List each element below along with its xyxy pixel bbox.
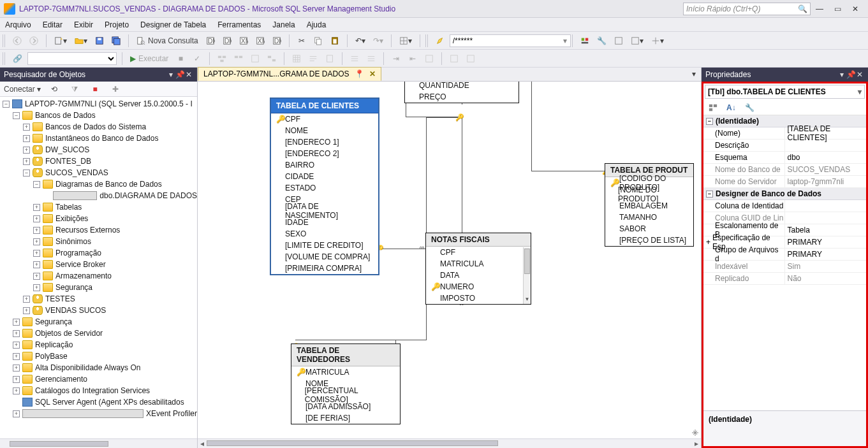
- panel-dropdown-icon[interactable]: ▾: [837, 70, 846, 79]
- expand-toggle[interactable]: +: [33, 238, 40, 245]
- table-column[interactable]: CIDADE: [271, 171, 378, 182]
- table-column[interactable]: SABOR: [605, 223, 693, 235]
- property-object-selector[interactable]: [Tbl] dbo.TABELA DE CLIENTES▾: [705, 85, 865, 99]
- toolbar-grip-3[interactable]: [3, 52, 6, 65]
- expand-toggle[interactable]: +: [23, 296, 30, 303]
- expand-toggle[interactable]: +: [23, 124, 30, 131]
- indent-icon[interactable]: ⇥: [389, 52, 403, 66]
- tree-item[interactable]: +Gerenciamento: [3, 373, 197, 385]
- expand-toggle[interactable]: +: [23, 135, 30, 142]
- oe-plus-icon[interactable]: ✚: [108, 82, 122, 96]
- table-column[interactable]: SEXO: [271, 228, 378, 240]
- table-column[interactable]: [PRIMEIRA COMPRA]: [271, 263, 378, 274]
- check-button[interactable]: ✓: [190, 52, 204, 66]
- tree-item[interactable]: +VENDAS SUCOS: [3, 305, 197, 316]
- property-row[interactable]: Grupo de Arquivos dPRIMARY: [703, 249, 866, 261]
- tree-item[interactable]: +Instantâneos do Banco de Dados: [3, 133, 197, 144]
- table-column[interactable]: [VOLUME DE COMPRA]: [271, 251, 378, 263]
- diagram-canvas[interactable]: ∞ 🔑 ∞ 🔑 🔑 🔑 TABELA DE CLIENTES 🔑CPFNOME[…: [198, 82, 701, 438]
- table-itens[interactable]: 🔑[CODIGO DO PRODUTO]QUANTIDADEPREÇO: [404, 82, 519, 103]
- oe-filter-icon[interactable]: ⧩: [68, 82, 82, 96]
- panel-close-icon[interactable]: ✕: [855, 70, 864, 79]
- expand-toggle[interactable]: +: [13, 353, 20, 360]
- table-column[interactable]: [DATA DE NASCIMENTO]: [271, 205, 378, 217]
- table-column[interactable]: DATA: [426, 270, 531, 281]
- object-explorer-hscroll[interactable]: [0, 438, 197, 448]
- table-column[interactable]: 🔑NUMERO: [426, 281, 531, 293]
- table-column[interactable]: 🔑MATRICULA: [291, 366, 400, 378]
- expand-toggle[interactable]: +: [13, 330, 20, 337]
- link-icon[interactable]: 🔗: [10, 52, 25, 66]
- paste-button[interactable]: [328, 34, 342, 48]
- expand-toggle[interactable]: +: [706, 238, 710, 247]
- table-column[interactable]: PREÇO: [405, 91, 519, 103]
- table-column[interactable]: MATRICULA: [426, 258, 531, 270]
- tabs-overflow-icon[interactable]: ▾: [687, 67, 701, 81]
- menu-arquivo[interactable]: Arquivo: [5, 20, 31, 29]
- expand-toggle[interactable]: −: [23, 170, 30, 177]
- tree-item[interactable]: +Sinônimos: [3, 236, 197, 247]
- panel-dropdown-icon[interactable]: ▾: [166, 70, 175, 79]
- expand-toggle[interactable]: −: [706, 118, 713, 125]
- cut-button[interactable]: ✂: [295, 34, 309, 48]
- tree-item[interactable]: +Catálogos do Integration Services: [3, 385, 197, 396]
- tree-item[interactable]: SQL Server Agent (Agent XPs desabilitado…: [3, 396, 197, 408]
- tool-b-icon[interactable]: ▾: [628, 34, 646, 48]
- tree-item[interactable]: +Alta Disponibilidade Always On: [3, 362, 197, 373]
- panel-close-icon[interactable]: ✕: [184, 70, 193, 79]
- copy-button[interactable]: [311, 34, 325, 48]
- expand-toggle[interactable]: +: [33, 215, 40, 222]
- property-row[interactable]: Nome do Banco deSUCOS_VENDAS: [703, 164, 866, 176]
- tree-item[interactable]: +Exibições: [3, 213, 197, 224]
- toolbar-grip-2[interactable]: [425, 34, 429, 47]
- comment-icon[interactable]: [348, 52, 362, 66]
- tree-item[interactable]: +Armazenamento: [3, 270, 197, 282]
- property-row[interactable]: Descrição: [703, 140, 866, 152]
- nova-consulta-button[interactable]: Nova Consulta: [134, 34, 201, 48]
- misc-icon-2[interactable]: [447, 52, 461, 66]
- undo-dropdown[interactable]: ↶▾: [353, 34, 368, 48]
- tree-item[interactable]: +FONTES_DB: [3, 155, 197, 167]
- diagram-hscroll[interactable]: ◂ ▸: [198, 438, 701, 448]
- object-explorer-tree[interactable]: − LAPTOP-7GMM7NLI (SQL Server 15.0.2000.…: [0, 97, 197, 438]
- tab-diagram[interactable]: LAPTOP-7GMM7NL...GRAMA DE DADOS 📍 ✕: [198, 67, 381, 81]
- expand-toggle[interactable]: +: [23, 147, 30, 154]
- new-dropdown[interactable]: ▾: [52, 34, 70, 48]
- misc-icon-1[interactable]: [422, 52, 436, 66]
- alphabetical-icon[interactable]: A↓: [724, 101, 739, 115]
- redo-dropdown[interactable]: ↷▾: [371, 34, 386, 48]
- expand-toggle[interactable]: +: [33, 273, 40, 280]
- tree-item[interactable]: −Bancos de Dados: [3, 110, 197, 121]
- expand-toggle[interactable]: +: [13, 342, 20, 349]
- query-xml-button-4[interactable]: XML: [253, 34, 267, 48]
- expand-toggle[interactable]: +: [33, 250, 40, 257]
- tree-item[interactable]: +Programação: [3, 247, 197, 259]
- nav-back-button[interactable]: [10, 34, 24, 48]
- results-file-icon[interactable]: [323, 52, 337, 66]
- tree-item[interactable]: +Recursos Externos: [3, 224, 197, 236]
- tab-close-icon[interactable]: ✕: [369, 69, 376, 78]
- tree-item[interactable]: +Objetos de Servidor: [3, 328, 197, 339]
- tree-item[interactable]: +Segurança: [3, 316, 197, 328]
- tree-item[interactable]: +Service Broker: [3, 259, 197, 270]
- table-column[interactable]: ESTADO: [271, 182, 378, 194]
- expand-toggle[interactable]: +: [33, 227, 40, 234]
- table-column[interactable]: [ENDERECO 2]: [271, 148, 378, 159]
- stop-button[interactable]: ■: [173, 52, 188, 66]
- table-clientes[interactable]: TABELA DE CLIENTES 🔑CPFNOME[ENDERECO 1][…: [270, 98, 379, 275]
- misc-icon-3[interactable]: [464, 52, 478, 66]
- table-column[interactable]: NOME: [271, 125, 378, 136]
- property-category[interactable]: −Designer de Banco de Dados: [703, 188, 866, 200]
- table-vendedores[interactable]: TABELA DE VENDEDORES 🔑MATRICULANOME[PERC…: [291, 343, 401, 424]
- tool-c-icon[interactable]: ▾: [649, 34, 666, 48]
- close-button[interactable]: ✕: [846, 2, 864, 16]
- categorized-icon[interactable]: [706, 101, 720, 115]
- query-xml-button-1[interactable]: DML: [203, 34, 217, 48]
- table-column[interactable]: [PERCENTUAL COMISSÃO]: [291, 389, 400, 401]
- property-row[interactable]: Esquemadbo: [703, 152, 866, 164]
- expand-toggle[interactable]: +: [23, 158, 30, 165]
- property-pages-icon[interactable]: 🔧: [742, 101, 757, 115]
- table-column[interactable]: BAIRRO: [271, 159, 378, 171]
- table-notas[interactable]: NOTAS FISCAIS ▲▼ CPFMATRICULADATA🔑NUMERO…: [425, 233, 531, 305]
- expand-toggle[interactable]: +: [33, 284, 40, 291]
